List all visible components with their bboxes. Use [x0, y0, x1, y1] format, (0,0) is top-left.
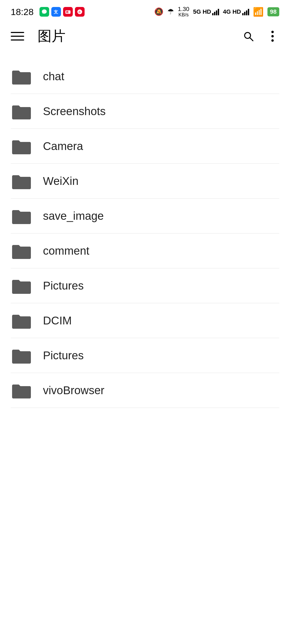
folder-icon — [11, 138, 32, 155]
4g-signal: 4G HD — [223, 8, 249, 15]
folder-name: Pictures — [43, 349, 84, 362]
folder-name: WeiXin — [43, 175, 78, 188]
folder-icon — [11, 103, 32, 120]
menu-line-2 — [11, 36, 24, 37]
alipay-status-icon: 支 — [51, 7, 61, 17]
status-right-area: 🔕 ☂ 1.30 KB/s 5G HD 4G HD — [154, 6, 279, 18]
list-item[interactable]: comment — [0, 233, 290, 268]
folder-name: Camera — [43, 140, 83, 153]
svg-text:小: 小 — [78, 11, 81, 13]
status-time-area: 18:28 支 图 — [11, 7, 85, 17]
folder-name: Screenshots — [43, 105, 106, 118]
folder-icon — [11, 347, 32, 364]
time-display: 18:28 — [11, 7, 34, 17]
folder-icon — [11, 277, 32, 295]
list-item[interactable]: WeiXin — [0, 164, 290, 199]
app-bar-actions — [242, 30, 279, 43]
wechat-status-icon — [39, 7, 49, 17]
mute-icon: 🔕 — [154, 7, 164, 16]
list-item[interactable]: chat — [0, 59, 290, 94]
folder-icon — [11, 382, 32, 399]
list-item[interactable]: Pictures — [0, 268, 290, 303]
folder-icon — [11, 173, 32, 190]
svg-point-11 — [271, 35, 274, 38]
svg-point-12 — [271, 39, 274, 42]
bluetooth-icon: ☂ — [167, 7, 174, 16]
folder-icon — [11, 207, 32, 225]
app-bar: 图片 — [0, 21, 290, 51]
list-item[interactable]: Screenshots — [0, 94, 290, 129]
menu-line-1 — [11, 32, 24, 33]
folder-list: chat Screenshots Camera WeiXin — [0, 51, 290, 408]
folder-icon — [11, 68, 32, 85]
5g-signal: 5G HD — [193, 8, 219, 15]
folder-name: Pictures — [43, 279, 84, 292]
svg-line-9 — [250, 38, 253, 41]
red-app2-status-icon: 小 — [75, 7, 85, 17]
wifi-icon: 📶 — [253, 7, 264, 17]
folder-name: comment — [43, 244, 89, 257]
svg-text:图: 图 — [66, 11, 68, 13]
menu-button[interactable] — [11, 28, 27, 44]
list-item[interactable]: vivoBrowser — [0, 373, 290, 408]
svg-text:支: 支 — [53, 10, 58, 14]
more-options-button[interactable] — [266, 30, 279, 43]
menu-line-3 — [11, 39, 24, 41]
notification-icons: 支 图 小 — [39, 7, 85, 17]
list-item[interactable]: save_image — [0, 199, 290, 233]
list-item[interactable]: Camera — [0, 129, 290, 164]
network-speed: 1.30 KB/s — [178, 6, 189, 18]
list-item[interactable]: Pictures — [0, 338, 290, 373]
folder-name: DCIM — [43, 314, 72, 327]
folder-name: vivoBrowser — [43, 384, 104, 397]
status-bar: 18:28 支 图 — [0, 0, 290, 21]
red-app1-status-icon: 图 — [63, 7, 73, 17]
svg-point-10 — [271, 31, 274, 33]
search-button[interactable] — [242, 30, 255, 43]
folder-icon — [11, 242, 32, 260]
page-title: 图片 — [38, 27, 242, 46]
list-item[interactable]: DCIM — [0, 303, 290, 338]
battery-indicator: 98 — [267, 7, 279, 16]
folder-icon — [11, 312, 32, 330]
folder-name: chat — [43, 70, 64, 83]
folder-name: save_image — [43, 210, 104, 222]
